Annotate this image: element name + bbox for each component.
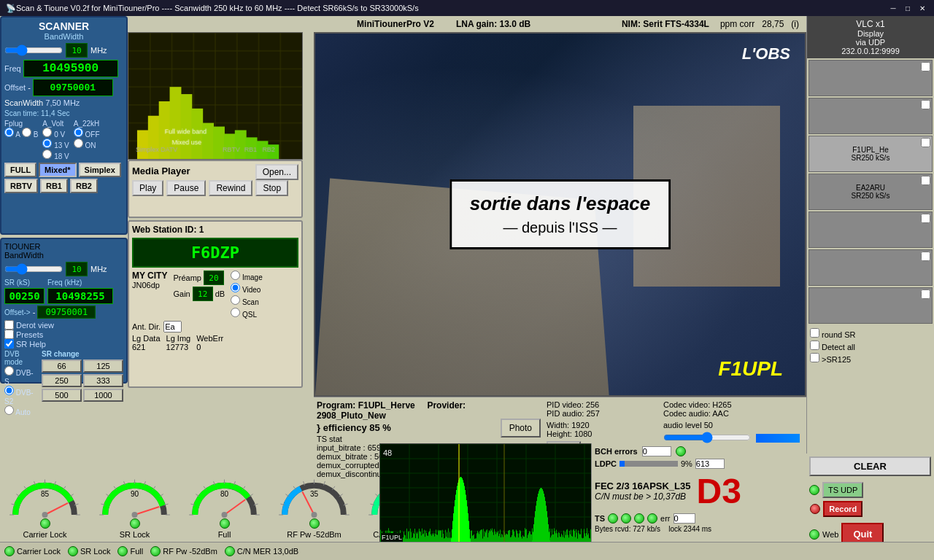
rbtv-button[interactable]: RBTV <box>4 179 38 193</box>
maximize-button[interactable]: □ <box>902 2 914 14</box>
bandwidth-input[interactable]: 10 <box>66 43 88 58</box>
vlc-item-4[interactable]: EA2ARU SR250 kS/s <box>808 174 933 210</box>
sr-btn-333[interactable]: 333 <box>83 374 123 387</box>
close-button[interactable]: ✕ <box>916 2 928 14</box>
full-status-led <box>117 546 128 556</box>
nim-header: NIM: Serit FTS-4334L ppm corr 28,75 (i) <box>551 16 806 32</box>
web-station-title: Web Station ID: 1 <box>132 225 204 235</box>
vlc-item-5[interactable] <box>808 211 933 248</box>
full-label: Full <box>218 530 231 539</box>
vlc-item-2[interactable] <box>808 98 933 134</box>
simplex-button[interactable]: Simplex <box>79 163 121 177</box>
rb1-button[interactable]: RB1 <box>40 179 68 193</box>
qsl-radio[interactable] <box>231 308 240 317</box>
image-radio[interactable] <box>231 271 240 280</box>
a22k-off-radio[interactable] <box>74 128 83 137</box>
dvbs-radio[interactable] <box>4 366 14 376</box>
pause-button[interactable]: Pause <box>166 180 206 196</box>
vlc-checkbox-6[interactable] <box>921 252 930 261</box>
width-label: Width: <box>547 421 569 429</box>
nim-label: NIM: Serit FTS-4334L <box>622 19 709 29</box>
play-button[interactable]: Play <box>132 180 163 196</box>
ts-err-input[interactable] <box>674 513 695 524</box>
pid-video-label: PID video: <box>547 400 584 409</box>
ts-led-4 <box>647 513 657 524</box>
carrier-status-led <box>4 546 15 556</box>
lg-img-value: 12773 <box>166 343 191 351</box>
spectrum-labels: F1UPL EA2ARU <box>379 533 628 542</box>
scan-radio[interactable] <box>231 295 240 305</box>
dvbs2-radio[interactable] <box>4 386 14 395</box>
web-led <box>809 529 819 540</box>
media-player-title: Media Player <box>132 166 190 176</box>
stop-button[interactable]: Stop <box>255 180 288 196</box>
a-volt-label: A_Volt <box>42 120 69 128</box>
bch-panel: BCH errors LDPC 9% FEC 2/3 16APSK_L35 C/… <box>591 443 806 542</box>
ts-udp-button[interactable]: TS UDP <box>822 482 863 498</box>
vlc-item-3[interactable]: F1UPL_He SR250 kS/s <box>808 136 933 172</box>
derot-view-checkbox[interactable] <box>4 320 14 330</box>
sr-btn-66[interactable]: 66 <box>42 359 82 373</box>
vlc-checkbox-3[interactable] <box>921 138 930 147</box>
preamp-input[interactable] <box>204 271 224 285</box>
sr-btn-250[interactable]: 250 <box>42 374 82 387</box>
open-button[interactable]: Open... <box>255 164 298 180</box>
fplug-label: Fplug <box>4 120 38 128</box>
vlc-checkbox-5[interactable] <box>921 214 930 223</box>
vlc-item-7[interactable] <box>808 287 933 324</box>
rb2-button[interactable]: RB2 <box>70 179 98 193</box>
fplug-b-radio[interactable] <box>22 128 31 137</box>
fplug-a-radio[interactable] <box>4 128 14 137</box>
rewind-button[interactable]: Rewind <box>209 180 252 196</box>
efficiency-value: 85 % <box>369 422 391 433</box>
cn-status-led <box>225 546 235 556</box>
tiouner-bandwidth-slider[interactable] <box>4 264 63 274</box>
vlc-checkbox-2[interactable] <box>921 100 930 109</box>
volt-0v-radio[interactable] <box>42 128 52 137</box>
ts-led-3 <box>634 513 644 524</box>
vlc-checkbox-1[interactable] <box>921 62 930 71</box>
sr-btn-500[interactable]: 500 <box>42 389 82 402</box>
clear-button[interactable]: CLEAR <box>809 456 931 476</box>
sr-btn-1000[interactable]: 1000 <box>83 389 123 402</box>
dvbauto-radio[interactable] <box>4 405 14 415</box>
bandwidth-slider[interactable] <box>4 45 63 55</box>
fec-label: FEC 2/3 16APSK_L35 <box>595 481 691 491</box>
record-button[interactable]: Record <box>823 501 862 517</box>
scanner-panel: SCANNER BandWidth 10 MHz Freq 10495900 O… <box>0 16 128 235</box>
vlc-item-1[interactable] <box>808 60 933 96</box>
round-sr-checkbox[interactable] <box>810 328 819 338</box>
full-button[interactable]: FULL <box>4 163 36 177</box>
city-label: MY CITY <box>132 271 167 281</box>
efficiency-label: } efficiency <box>317 422 367 433</box>
vlc-header: VLC x1 Display via UDP 232.0.0.12:9999 <box>807 16 934 58</box>
mixed-button[interactable]: Mixed* <box>39 163 76 177</box>
detect-all-checkbox[interactable] <box>810 341 819 350</box>
sr-btn-125[interactable]: 125 <box>83 359 123 373</box>
vlc-checkbox-4[interactable] <box>921 176 930 185</box>
tiouner-bandwidth-input[interactable] <box>66 262 88 276</box>
ldpc-value-input[interactable] <box>695 459 725 469</box>
gain-input[interactable] <box>193 287 213 301</box>
a22k-on-radio[interactable] <box>74 139 83 148</box>
vlc-checkbox-7[interactable] <box>921 289 930 299</box>
lg-data-label: Lg Data <box>132 334 161 343</box>
volt-18v-radio[interactable] <box>42 149 52 159</box>
minimize-button[interactable]: ─ <box>887 2 899 14</box>
preamp-label: Préamp <box>173 273 201 282</box>
photo-button[interactable]: Photo <box>501 419 541 438</box>
provider-label: Provider: <box>427 400 466 411</box>
vlc-item-6[interactable] <box>808 249 933 286</box>
ts-err-label: err <box>660 514 670 523</box>
video-radio[interactable] <box>231 283 240 292</box>
audio-level-slider[interactable] <box>663 432 751 443</box>
offset-display: 09750001 <box>33 79 113 96</box>
titlebar: 📡 Scan & Tioune V0.2f for MiniTiouner/Pr… <box>0 0 934 16</box>
sr125-checkbox[interactable] <box>810 353 819 362</box>
bch-value-input[interactable] <box>642 446 671 456</box>
volt-13v-radio[interactable] <box>42 139 52 148</box>
freq-label: Freq <box>4 64 21 73</box>
presets-checkbox[interactable] <box>4 330 14 339</box>
sr-help-checkbox[interactable] <box>4 339 14 349</box>
ant-dir-input[interactable] <box>163 321 182 332</box>
